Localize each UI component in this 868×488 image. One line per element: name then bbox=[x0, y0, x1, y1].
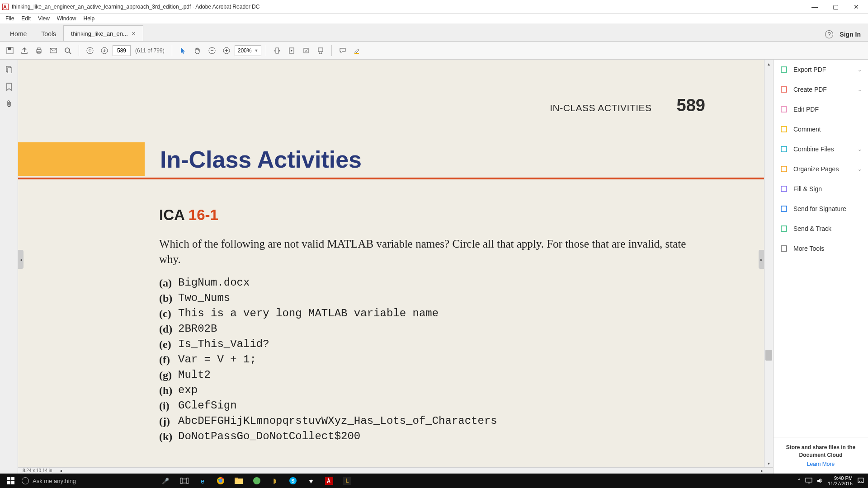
window-title: thinking_like_an_engineer_an_active_lear… bbox=[12, 4, 808, 10]
fit-width-icon[interactable] bbox=[271, 44, 283, 57]
option-letter: (f) bbox=[159, 352, 178, 367]
scroll-up-icon[interactable]: ▴ bbox=[764, 60, 773, 68]
share-icon[interactable] bbox=[18, 44, 31, 57]
help-icon[interactable]: ? bbox=[825, 30, 833, 38]
email-icon[interactable] bbox=[47, 44, 60, 57]
menu-edit[interactable]: Edit bbox=[18, 15, 34, 22]
option-code: GClefSign bbox=[178, 398, 237, 413]
tool-icon bbox=[780, 125, 788, 133]
tool-label: Fill & Sign bbox=[793, 185, 822, 192]
tool-send-for-signature[interactable]: Send for Signature bbox=[774, 199, 868, 219]
fit-page-icon[interactable] bbox=[285, 44, 298, 57]
zoom-out-icon[interactable] bbox=[206, 44, 218, 57]
acrobat-taskbar-icon[interactable] bbox=[325, 476, 334, 485]
taskbar-search[interactable]: Ask me anything bbox=[22, 477, 162, 484]
option-row: (d)2BR02B bbox=[159, 321, 705, 337]
tray-chevron-icon[interactable]: ˄ bbox=[798, 478, 801, 484]
page-number-input[interactable] bbox=[113, 45, 131, 56]
tray-display-icon[interactable] bbox=[805, 478, 812, 484]
tray-volume-icon[interactable] bbox=[817, 478, 823, 484]
tab-home[interactable]: Home bbox=[3, 26, 34, 41]
sign-in-button[interactable]: Sign In bbox=[840, 31, 861, 38]
bookmark-icon[interactable] bbox=[4, 81, 14, 92]
read-mode-icon[interactable] bbox=[314, 44, 327, 57]
thumbnails-icon[interactable] bbox=[4, 64, 14, 75]
scroll-thumb[interactable] bbox=[765, 350, 772, 361]
tool-combine-files[interactable]: Combine Files⌄ bbox=[774, 139, 868, 159]
tab-tools[interactable]: Tools bbox=[34, 26, 63, 41]
tool-fill-sign[interactable]: Fill & Sign bbox=[774, 179, 868, 199]
highlight-icon[interactable] bbox=[351, 44, 363, 57]
taskbar-clock[interactable]: 9:40 PM 11/27/2016 bbox=[828, 475, 853, 486]
tool-send-track[interactable]: Send & Track bbox=[774, 219, 868, 239]
app-icon-1[interactable] bbox=[252, 476, 261, 485]
scroll-left-icon[interactable]: ◂ bbox=[60, 468, 62, 473]
left-collapse-handle[interactable]: ◂ bbox=[18, 250, 24, 269]
clock-time: 9:40 PM bbox=[828, 475, 853, 481]
zoom-level-dropdown[interactable]: 200% ▼ bbox=[235, 45, 262, 56]
menu-window[interactable]: Window bbox=[53, 15, 80, 22]
option-row: (h)exp bbox=[159, 383, 705, 398]
save-icon[interactable] bbox=[4, 44, 16, 57]
option-letter: (j) bbox=[159, 413, 178, 429]
app-icon-3[interactable]: ♥ bbox=[307, 476, 316, 485]
tool-icon bbox=[780, 185, 788, 193]
comment-icon[interactable] bbox=[336, 44, 349, 57]
option-letter: (k) bbox=[159, 429, 178, 444]
tab-close-icon[interactable]: ✕ bbox=[132, 31, 136, 37]
select-tool-icon[interactable] bbox=[177, 44, 189, 57]
svg-rect-38 bbox=[235, 478, 238, 479]
tool-more-tools[interactable]: More Tools bbox=[774, 239, 868, 258]
maximize-button[interactable]: ▢ bbox=[829, 3, 842, 10]
tool-icon bbox=[780, 165, 788, 173]
mic-icon[interactable]: 🎤 bbox=[162, 478, 169, 484]
main-toolbar: (611 of 799) 200% ▼ bbox=[0, 42, 868, 60]
chevron-down-icon: ⌄ bbox=[858, 166, 862, 172]
start-button[interactable] bbox=[0, 477, 22, 484]
close-button[interactable]: ✕ bbox=[850, 3, 863, 10]
svg-rect-4 bbox=[38, 48, 40, 50]
tool-label: Send for Signature bbox=[793, 205, 846, 212]
clock-date: 11/27/2016 bbox=[828, 481, 853, 486]
promo-learn-more-link[interactable]: Learn More bbox=[778, 461, 863, 467]
notifications-icon[interactable] bbox=[857, 477, 864, 484]
menu-view[interactable]: View bbox=[34, 15, 53, 22]
attachments-icon[interactable] bbox=[4, 99, 14, 109]
tab-document-label: thinking_like_an_en... bbox=[71, 30, 128, 37]
app-icon-2[interactable]: ◗ bbox=[270, 476, 279, 485]
vertical-scrollbar[interactable]: ▴ ▾ bbox=[764, 60, 773, 467]
menu-file[interactable]: File bbox=[2, 15, 18, 22]
horizontal-scrollbar[interactable]: 8.24 x 10.14 in ◂ ▸ bbox=[18, 467, 773, 474]
skype-icon[interactable]: S bbox=[288, 476, 297, 485]
print-icon[interactable] bbox=[33, 44, 45, 57]
scroll-down-icon[interactable]: ▾ bbox=[764, 459, 773, 467]
option-row: (b)Two_Nums bbox=[159, 291, 705, 306]
right-collapse-handle[interactable]: ▸ bbox=[759, 250, 764, 269]
tool-edit-pdf[interactable]: Edit PDF bbox=[774, 99, 868, 119]
tab-document[interactable]: thinking_like_an_en... ✕ bbox=[63, 25, 143, 41]
app-icon-4[interactable]: L bbox=[343, 476, 352, 485]
tool-export-pdf[interactable]: Export PDF⌄ bbox=[774, 60, 868, 80]
scroll-right-icon[interactable]: ▸ bbox=[761, 468, 763, 473]
rotate-icon[interactable] bbox=[300, 44, 312, 57]
svg-rect-21 bbox=[781, 127, 787, 132]
edge-icon[interactable]: e bbox=[198, 476, 207, 485]
minimize-button[interactable]: — bbox=[808, 3, 821, 10]
chrome-icon[interactable] bbox=[216, 476, 225, 485]
section-title: In-Class Activities bbox=[145, 142, 362, 178]
next-page-icon[interactable] bbox=[98, 44, 111, 57]
hand-tool-icon[interactable] bbox=[191, 44, 204, 57]
svg-rect-25 bbox=[781, 206, 787, 211]
tool-organize-pages[interactable]: Organize Pages⌄ bbox=[774, 159, 868, 179]
zoom-in-icon[interactable] bbox=[220, 44, 233, 57]
tool-icon bbox=[780, 105, 788, 113]
explorer-icon[interactable] bbox=[234, 476, 243, 485]
prev-page-icon[interactable] bbox=[84, 44, 96, 57]
option-letter: (g) bbox=[159, 367, 178, 383]
search-icon[interactable] bbox=[61, 44, 74, 57]
tool-create-pdf[interactable]: Create PDF⌄ bbox=[774, 80, 868, 99]
menu-help[interactable]: Help bbox=[80, 15, 99, 22]
task-view-icon[interactable] bbox=[180, 476, 189, 485]
tool-comment[interactable]: Comment bbox=[774, 119, 868, 139]
option-letter: (e) bbox=[159, 337, 178, 352]
